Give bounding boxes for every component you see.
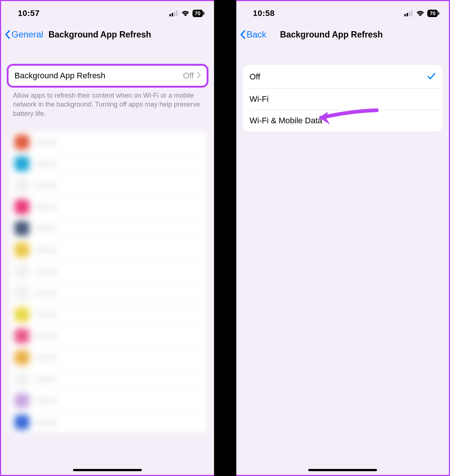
chevron-right-icon <box>197 71 201 81</box>
option-off[interactable]: Off <box>243 65 443 88</box>
svg-rect-1 <box>172 13 173 16</box>
app-row[interactable]: ——— <box>9 153 207 175</box>
app-icon <box>14 286 29 300</box>
app-row[interactable]: ——— <box>9 325 207 347</box>
app-row[interactable]: ——— <box>9 131 207 153</box>
app-name: ——— <box>35 396 202 405</box>
right-screenshot: 10:58 70 Back Background App Refresh Off… <box>236 0 450 476</box>
app-name: ——— <box>35 267 202 276</box>
status-bar: 10:58 70 <box>236 1 449 23</box>
app-name: ——— <box>35 332 202 340</box>
app-list-blurred: ————————————————————————————————————————… <box>9 131 207 433</box>
app-icon <box>14 135 29 150</box>
app-icon <box>14 264 29 279</box>
app-icon <box>14 415 29 430</box>
app-row[interactable]: ——— <box>9 390 207 411</box>
battery-icon: 70 <box>192 10 203 17</box>
app-row[interactable]: ——— <box>9 261 207 282</box>
app-name: ——— <box>35 310 202 319</box>
svg-rect-4 <box>404 14 406 16</box>
status-time: 10:58 <box>253 9 275 18</box>
options-group: Off Wi-Fi Wi-Fi & Mobile Data <box>243 65 443 131</box>
app-row[interactable]: ——— <box>9 304 207 325</box>
app-name: ——— <box>35 202 202 211</box>
option-label: Wi-Fi & Mobile Data <box>250 116 436 125</box>
app-icon <box>14 199 29 214</box>
app-name: ——— <box>35 353 202 362</box>
option-wifi[interactable]: Wi-Fi <box>243 88 443 110</box>
home-indicator[interactable] <box>308 469 377 471</box>
app-row[interactable]: ——— <box>9 175 207 196</box>
nav-bar: General Background App Refresh <box>1 23 214 46</box>
svg-rect-2 <box>174 12 175 16</box>
option-wifi-mobile-data[interactable]: Wi-Fi & Mobile Data <box>243 110 443 131</box>
app-icon <box>14 393 29 408</box>
page-title: Background App Refresh <box>236 30 449 40</box>
footer-description: Allow apps to refresh their content when… <box>1 87 214 123</box>
app-icon <box>14 350 29 365</box>
back-button[interactable]: General <box>5 29 43 40</box>
cellular-signal-icon <box>404 10 413 16</box>
app-name: ——— <box>35 181 202 189</box>
app-name: ——— <box>35 159 202 168</box>
svg-rect-5 <box>407 13 408 16</box>
svg-rect-6 <box>409 12 410 16</box>
app-row[interactable]: ——— <box>9 411 207 433</box>
svg-rect-0 <box>169 14 171 16</box>
left-screenshot: 10:57 70 General Background App Refresh … <box>0 0 214 476</box>
option-label: Wi-Fi <box>250 94 436 104</box>
app-name: ——— <box>35 224 202 232</box>
app-icon <box>14 156 29 171</box>
app-row[interactable]: ——— <box>9 218 207 239</box>
status-icons: 70 <box>169 10 203 17</box>
row-label: Background App Refresh <box>14 71 183 81</box>
background-app-refresh-row[interactable]: Background App Refresh Off <box>8 65 207 87</box>
app-name: ——— <box>35 418 202 426</box>
screenshot-divider <box>221 0 229 476</box>
svg-rect-7 <box>411 10 412 16</box>
master-switch-row-highlight: Background App Refresh Off <box>8 65 207 87</box>
app-name: ——— <box>35 288 202 297</box>
row-value: Off <box>183 71 194 81</box>
app-row[interactable]: ——— <box>9 347 207 368</box>
battery-icon: 70 <box>427 10 438 17</box>
app-name: ——— <box>35 245 202 254</box>
option-label: Off <box>250 72 428 82</box>
app-icon <box>14 307 29 322</box>
app-row[interactable]: ——— <box>9 239 207 261</box>
app-name: ——— <box>35 375 202 383</box>
checkmark-icon <box>427 71 436 82</box>
app-row[interactable]: ——— <box>9 368 207 390</box>
app-row[interactable]: ——— <box>9 196 207 218</box>
app-icon <box>14 242 29 257</box>
status-bar: 10:57 70 <box>1 1 214 23</box>
svg-rect-3 <box>176 10 178 16</box>
nav-bar: Back Background App Refresh <box>236 23 449 46</box>
app-icon <box>14 221 29 236</box>
cellular-signal-icon <box>169 10 178 16</box>
status-time: 10:57 <box>18 9 40 18</box>
wifi-icon <box>181 10 190 16</box>
app-icon <box>14 372 29 387</box>
app-icon <box>14 329 29 343</box>
status-icons: 70 <box>404 10 438 17</box>
chevron-left-icon <box>5 30 11 39</box>
page-title: Background App Refresh <box>48 30 151 40</box>
back-label: General <box>12 29 43 40</box>
app-icon <box>14 178 29 193</box>
home-indicator[interactable] <box>73 469 142 471</box>
wifi-icon <box>416 10 424 16</box>
app-row[interactable]: ——— <box>9 282 207 304</box>
app-name: ——— <box>35 138 202 146</box>
